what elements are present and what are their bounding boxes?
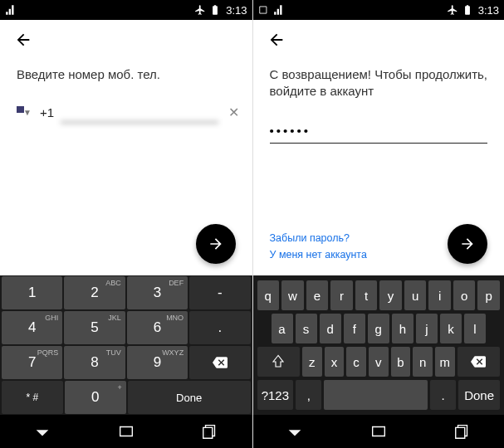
key-comma[interactable]: , xyxy=(296,380,321,410)
key-7[interactable]: 7PQRS xyxy=(2,346,62,379)
nav-back[interactable] xyxy=(274,418,316,445)
nav-home-icon xyxy=(117,422,135,441)
key-3[interactable]: 3DEF xyxy=(127,276,188,309)
nav-back-icon xyxy=(33,422,51,441)
nav-home[interactable] xyxy=(105,418,147,445)
content-area: С возвращением! Чтобы продолжить, войдит… xyxy=(253,60,505,275)
key-l[interactable]: l xyxy=(464,314,486,343)
key-n[interactable]: n xyxy=(413,347,433,377)
clear-button[interactable]: ✕ xyxy=(228,105,239,120)
key-c[interactable]: c xyxy=(346,347,366,377)
key-y[interactable]: y xyxy=(379,280,402,310)
key-o[interactable]: o xyxy=(453,280,476,310)
key-k[interactable]: k xyxy=(440,314,462,343)
numeric-keyboard: 1 2ABC 3DEF - 4GHI 5JKL 6MNO . 7PQRS 8TU… xyxy=(0,275,252,415)
airplane-icon xyxy=(447,4,458,16)
key-6[interactable]: 6MNO xyxy=(127,311,188,344)
back-button[interactable] xyxy=(10,27,37,53)
key-d[interactable]: d xyxy=(320,314,341,343)
key-1[interactable]: 1 xyxy=(2,276,62,309)
help-links: Забыли пароль? У меня нет аккаунта xyxy=(270,232,367,261)
nav-home[interactable] xyxy=(358,418,399,445)
screen-phone-entry: 3:13 Введите номер моб. тел. ▼ +1 ✕ 1 2A… xyxy=(0,0,252,448)
arrow-back-icon xyxy=(14,31,32,49)
key-h[interactable]: h xyxy=(392,314,413,343)
key-0[interactable]: 0+ xyxy=(65,381,126,414)
key-done[interactable]: Done xyxy=(128,381,251,414)
key-i[interactable]: i xyxy=(428,280,451,310)
status-time: 3:13 xyxy=(226,4,247,17)
key-f[interactable]: f xyxy=(344,314,365,343)
key-t[interactable]: t xyxy=(355,280,378,310)
key-shift[interactable] xyxy=(257,347,300,377)
dial-prefix: +1 xyxy=(40,105,54,119)
no-account-link[interactable]: У меня нет аккаунта xyxy=(270,249,367,261)
backspace-icon xyxy=(471,354,486,369)
chevron-down-icon[interactable]: ▼ xyxy=(23,108,32,117)
key-b[interactable]: b xyxy=(391,347,411,377)
kbd-row-3: zxcvbnm xyxy=(255,345,503,378)
key-u[interactable]: u xyxy=(404,280,427,310)
key-space[interactable] xyxy=(324,380,428,410)
key-2[interactable]: 2ABC xyxy=(64,276,125,309)
key-symbols[interactable]: ?123 xyxy=(257,380,294,410)
nav-bar xyxy=(253,415,505,448)
key-backspace[interactable] xyxy=(458,347,500,377)
kbd-row-1: qwertyuiop xyxy=(255,279,503,312)
arrow-back-icon xyxy=(267,31,286,49)
next-button[interactable] xyxy=(196,224,236,264)
back-button[interactable] xyxy=(263,27,290,53)
key-backspace[interactable] xyxy=(189,346,250,379)
key-e[interactable]: e xyxy=(306,280,329,310)
nav-back[interactable] xyxy=(22,418,63,445)
phone-row: ▼ +1 ✕ xyxy=(17,101,236,123)
key-v[interactable]: v xyxy=(369,347,389,377)
key-w[interactable]: w xyxy=(281,280,304,310)
screenshot-icon xyxy=(258,4,270,16)
nav-recent[interactable] xyxy=(189,418,231,445)
status-bar: 3:13 xyxy=(253,0,505,20)
key-star-hash[interactable]: * # xyxy=(2,381,63,414)
kbd-row-2: asdfghjkl xyxy=(255,312,503,345)
key-s[interactable]: s xyxy=(296,314,317,343)
battery-icon xyxy=(462,4,473,16)
key-m[interactable]: m xyxy=(435,347,455,377)
arrow-forward-icon xyxy=(208,236,224,252)
key-period[interactable]: . xyxy=(430,380,456,410)
screen-password-entry: 3:13 С возвращением! Чтобы продолжить, в… xyxy=(252,0,505,448)
key-p[interactable]: p xyxy=(477,280,500,310)
phone-input[interactable] xyxy=(61,101,218,123)
nav-home-icon xyxy=(369,422,388,441)
key-q[interactable]: q xyxy=(257,280,280,310)
next-button[interactable] xyxy=(448,224,487,264)
forgot-password-link[interactable]: Забыли пароль? xyxy=(270,232,367,244)
nav-recent-icon xyxy=(201,422,219,441)
status-bar: 3:13 xyxy=(0,0,252,20)
signal-icon xyxy=(273,4,285,16)
key-done[interactable]: Done xyxy=(458,380,500,410)
key-4[interactable]: 4GHI xyxy=(2,311,62,344)
key-dash[interactable]: - xyxy=(189,276,250,309)
key-x[interactable]: x xyxy=(325,347,345,377)
prompt-text: Введите номер моб. тел. xyxy=(17,66,236,83)
shift-icon xyxy=(271,354,286,369)
key-j[interactable]: j xyxy=(416,314,438,343)
nav-back-icon xyxy=(286,422,304,441)
arrow-forward-icon xyxy=(459,236,476,252)
key-9[interactable]: 9WXYZ xyxy=(127,346,188,379)
kbd-row-4: ?123 , . Done xyxy=(255,378,503,411)
nav-recent[interactable] xyxy=(442,418,483,445)
key-g[interactable]: g xyxy=(368,314,389,343)
nav-recent-icon xyxy=(453,422,472,441)
airplane-icon xyxy=(194,4,206,16)
signal-icon xyxy=(5,4,17,16)
appbar xyxy=(253,20,505,60)
key-period[interactable]: . xyxy=(189,311,250,344)
key-z[interactable]: z xyxy=(302,347,322,377)
key-8[interactable]: 8TUV xyxy=(64,346,125,379)
password-input[interactable] xyxy=(270,119,488,144)
nav-bar xyxy=(0,415,252,448)
key-r[interactable]: r xyxy=(330,280,353,310)
key-5[interactable]: 5JKL xyxy=(64,311,125,344)
key-a[interactable]: a xyxy=(272,314,293,343)
